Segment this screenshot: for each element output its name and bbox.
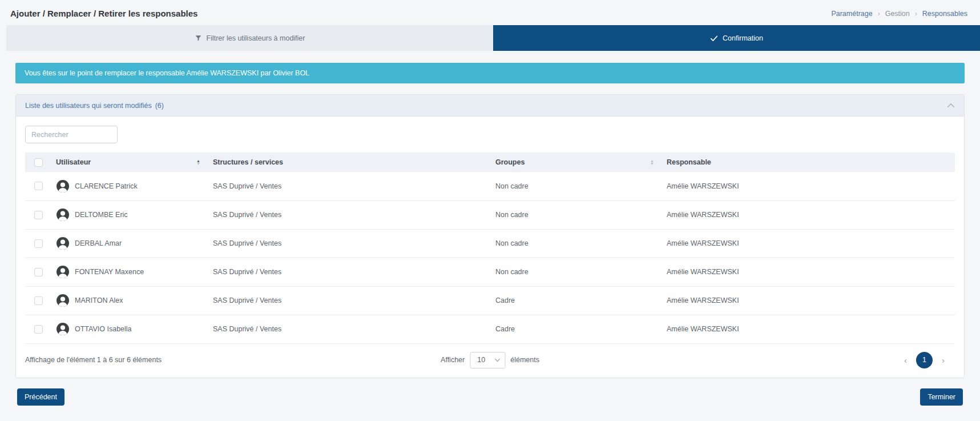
sort-icon[interactable]: ▲▼ <box>650 159 654 165</box>
table-row: DERBAL Amar SAS Duprivé / Ventes Non cad… <box>25 229 955 258</box>
table-row: CLARENCE Patrick SAS Duprivé / Ventes No… <box>25 172 955 201</box>
users-panel-body: Utilisateur ▲▼ Structures / services Gro… <box>16 117 964 378</box>
group-cell: Non cadre <box>490 172 661 201</box>
users-panel-header[interactable]: Liste des utilisateurs qui seront modifi… <box>16 95 964 117</box>
user-avatar-icon <box>56 236 70 250</box>
chevron-up-icon[interactable] <box>947 102 955 110</box>
user-name: CLARENCE Patrick <box>75 182 138 190</box>
user-avatar-icon <box>56 179 70 193</box>
chevron-down-icon <box>494 356 500 364</box>
table-header-row: Utilisateur ▲▼ Structures / services Gro… <box>25 153 955 172</box>
group-cell: Non cadre <box>490 258 661 286</box>
manager-cell: Amélie WARSZEWSKI <box>661 315 955 343</box>
column-header-manager[interactable]: Responsable <box>661 153 955 172</box>
user-cell: CLARENCE Patrick <box>50 172 207 201</box>
breadcrumb-parametrage[interactable]: Paramétrage <box>831 10 872 18</box>
tab-filter-users[interactable]: Filtrer les utilisateurs à modifier <box>6 25 493 51</box>
structure-cell: SAS Duprivé / Ventes <box>207 258 490 286</box>
user-avatar-icon <box>56 294 70 307</box>
table-footer: Affichage de l'élément 1 à 6 sur 6 éléme… <box>25 344 955 378</box>
user-name: OTTAVIO Isabella <box>75 325 132 333</box>
manager-cell: Amélie WARSZEWSKI <box>661 286 955 315</box>
users-panel: Liste des utilisateurs qui seront modifi… <box>15 94 965 378</box>
page-size-select[interactable]: 10 <box>470 352 505 368</box>
group-cell: Cadre <box>490 315 661 343</box>
header-checkbox-cell <box>25 153 50 172</box>
check-icon <box>710 35 718 42</box>
user-avatar-icon <box>56 208 70 222</box>
column-header-group[interactable]: Groupes ▲▼ <box>490 153 661 172</box>
user-name: MARITON Alex <box>75 296 123 304</box>
structure-cell: SAS Duprivé / Ventes <box>207 172 490 201</box>
pagination-prev-icon[interactable]: ‹ <box>902 355 909 365</box>
page-title: Ajouter / Remplacer / Retirer les respon… <box>10 9 197 18</box>
breadcrumb-responsables[interactable]: Responsables <box>922 10 967 18</box>
structure-cell: SAS Duprivé / Ventes <box>207 201 490 229</box>
page-size-control: Afficher 10 éléments <box>441 352 539 368</box>
top-header: Ajouter / Remplacer / Retirer les respon… <box>0 0 980 25</box>
page-size-value: 10 <box>477 356 485 364</box>
row-checkbox[interactable] <box>34 239 43 248</box>
row-checkbox-cell <box>25 229 50 258</box>
filter-icon <box>195 34 202 42</box>
replace-info-banner: Vous êtes sur le point de remplacer le r… <box>15 63 965 83</box>
user-cell: MARITON Alex <box>50 286 207 315</box>
group-cell: Cadre <box>490 286 661 315</box>
breadcrumb-gestion[interactable]: Gestion <box>885 10 910 18</box>
pagination-summary: Affichage de l'élément 1 à 6 sur 6 éléme… <box>25 356 162 364</box>
sort-asc-icon[interactable]: ▲▼ <box>196 159 200 165</box>
table-row: DELTOMBE Eric SAS Duprivé / Ventes Non c… <box>25 201 955 229</box>
row-checkbox-cell <box>25 258 50 286</box>
page-size-suffix: éléments <box>510 356 539 364</box>
breadcrumb-separator-icon: › <box>915 10 917 18</box>
row-checkbox-cell <box>25 201 50 229</box>
wizard-actions: Précédent Terminer <box>15 388 965 406</box>
manager-cell: Amélie WARSZEWSKI <box>661 258 955 286</box>
search-input[interactable] <box>25 126 118 143</box>
group-cell: Non cadre <box>490 229 661 258</box>
page-size-prefix: Afficher <box>441 356 465 364</box>
row-checkbox[interactable] <box>34 211 43 219</box>
pagination-page-1[interactable]: 1 <box>916 352 933 368</box>
pagination: ‹ 1 › <box>902 352 955 368</box>
structure-cell: SAS Duprivé / Ventes <box>207 286 490 315</box>
select-all-checkbox[interactable] <box>34 158 43 167</box>
tab-confirmation-label: Confirmation <box>723 34 763 42</box>
user-cell: OTTAVIO Isabella <box>50 315 207 343</box>
pagination-next-icon[interactable]: › <box>939 355 947 365</box>
row-checkbox[interactable] <box>34 268 43 276</box>
users-panel-title: Liste des utilisateurs qui seront modifi… <box>25 102 164 110</box>
user-avatar-icon <box>56 265 70 279</box>
manager-cell: Amélie WARSZEWSKI <box>661 201 955 229</box>
row-checkbox-cell <box>25 286 50 315</box>
table-row: FONTENAY Maxence SAS Duprivé / Ventes No… <box>25 258 955 286</box>
user-cell: FONTENAY Maxence <box>50 258 207 286</box>
breadcrumb-separator-icon: › <box>878 10 880 18</box>
column-header-structure[interactable]: Structures / services <box>207 153 490 172</box>
manager-cell: Amélie WARSZEWSKI <box>661 229 955 258</box>
structure-cell: SAS Duprivé / Ventes <box>207 229 490 258</box>
tab-confirmation[interactable]: Confirmation <box>493 25 980 51</box>
wizard-tabs: Filtrer les utilisateurs à modifier Conf… <box>6 25 980 51</box>
table-row: MARITON Alex SAS Duprivé / Ventes Cadre … <box>25 286 955 315</box>
user-name: FONTENAY Maxence <box>75 268 144 276</box>
user-name: DERBAL Amar <box>75 239 122 247</box>
table-body: CLARENCE Patrick SAS Duprivé / Ventes No… <box>25 172 955 343</box>
user-name: DELTOMBE Eric <box>75 211 128 219</box>
table-row: OTTAVIO Isabella SAS Duprivé / Ventes Ca… <box>25 315 955 343</box>
user-cell: DELTOMBE Eric <box>50 201 207 229</box>
row-checkbox[interactable] <box>34 296 43 305</box>
finish-button[interactable]: Terminer <box>920 388 963 406</box>
row-checkbox[interactable] <box>34 182 43 190</box>
user-cell: DERBAL Amar <box>50 229 207 258</box>
users-table: Utilisateur ▲▼ Structures / services Gro… <box>25 153 955 344</box>
row-checkbox-cell <box>25 172 50 201</box>
main-content: Vous êtes sur le point de remplacer le r… <box>0 63 980 406</box>
tab-filter-label: Filtrer les utilisateurs à modifier <box>207 34 305 42</box>
structure-cell: SAS Duprivé / Ventes <box>207 315 490 343</box>
row-checkbox[interactable] <box>34 325 43 334</box>
users-count: (6) <box>155 102 164 110</box>
group-cell: Non cadre <box>490 201 661 229</box>
previous-button[interactable]: Précédent <box>17 388 64 406</box>
column-header-user[interactable]: Utilisateur ▲▼ <box>50 153 207 172</box>
